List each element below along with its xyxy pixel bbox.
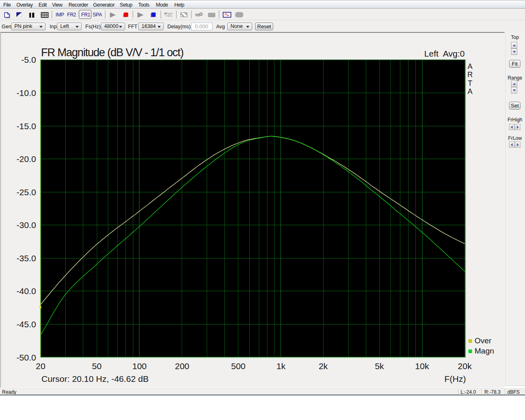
svg-text:FR2: FR2 <box>67 12 77 18</box>
svg-text:SPA: SPA <box>93 12 102 18</box>
svg-text:FR1: FR1 <box>81 12 91 18</box>
svg-text:IMP: IMP <box>56 12 64 18</box>
svg-text:ABC: ABC <box>166 14 173 18</box>
